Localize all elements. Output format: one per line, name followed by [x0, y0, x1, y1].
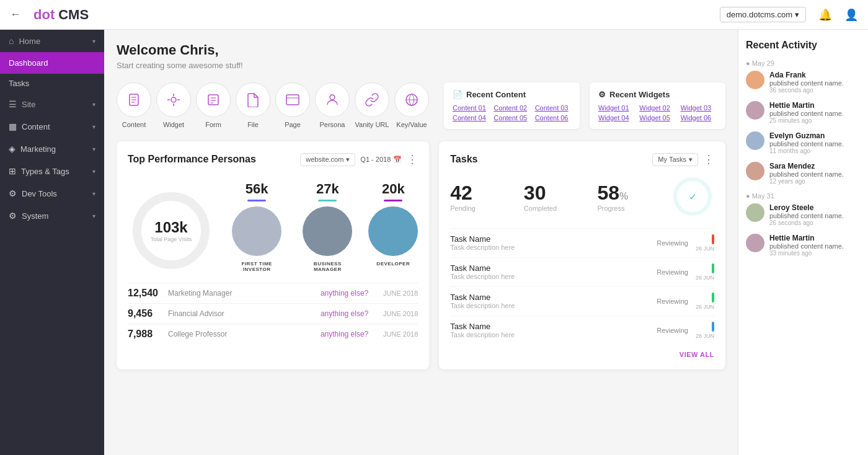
activity-time-hettie: 25 minutes ago [769, 117, 844, 124]
qa-form-label: Form [205, 121, 221, 128]
recent-content-05[interactable]: Content 05 [494, 114, 529, 121]
qa-vanity-url[interactable]: Vanity URL [355, 82, 389, 128]
sidebar-item-tasks[interactable]: Tasks [0, 74, 104, 93]
tasks-more-icon[interactable]: ⋮ [703, 152, 714, 166]
qa-form[interactable]: Form [196, 82, 231, 128]
activity-info-leroy: Leroy Steele published content name. 26 … [769, 203, 844, 226]
perf-role-3: College Professor [168, 330, 314, 338]
qa-content[interactable]: Content [117, 82, 151, 128]
view-all-button[interactable]: VIEW ALL [450, 351, 714, 358]
vanity-url-icon-wrap [355, 82, 389, 117]
activity-name-ada: Ada Frank [769, 71, 844, 79]
activity-date-may31: ● May 31 [746, 192, 861, 200]
recent-content-04[interactable]: Content 04 [453, 114, 489, 121]
table-row: 9,456 Financial Advisor anything else? J… [128, 303, 418, 324]
task-info-3: Task Name Task description here [450, 293, 649, 309]
total-visits-label: Total Page Visits [151, 236, 192, 242]
perf-num-1: 12,540 [128, 288, 162, 299]
sidebar-item-marketing[interactable]: ◈ Marketing ▾ [0, 138, 104, 160]
notification-icon[interactable]: 🔔 [818, 8, 832, 22]
perf-more-icon[interactable]: ⋮ [407, 152, 418, 166]
tasks-progress-label: Progress [597, 205, 671, 212]
persona-icon-wrap [315, 82, 350, 117]
recent-widget-04[interactable]: Widget 04 [598, 114, 634, 121]
task-date-1: 26 JUN [696, 234, 714, 252]
perf-filter[interactable]: website.com ▾ [300, 153, 355, 166]
task-status-1: Reviewing [657, 239, 688, 247]
vanity-url-icon [365, 92, 379, 107]
tasks-pending-value: 42 [450, 182, 524, 205]
tasks-stats: 42 Pending 30 Completed 58% Progress [450, 175, 714, 218]
task-date-label-3: 26 JUN [696, 304, 714, 310]
key-value-icon [404, 92, 419, 107]
activity-time-evelyn: 11 months ago [769, 148, 844, 154]
recent-widget-06[interactable]: Widget 06 [681, 114, 717, 121]
activity-action-hettie: published content name. [769, 110, 844, 117]
file-icon-wrap [236, 82, 270, 117]
sidebar-item-home[interactable]: ⌂ Home ▾ [0, 30, 104, 52]
recent-content-01[interactable]: Content 01 [453, 104, 489, 112]
activity-evelyn-guzman: Evelyn Guzman published content name. 11… [746, 131, 861, 154]
activity-name-hettie: Hettie Martin [769, 101, 844, 110]
qa-persona[interactable]: Persona [315, 82, 350, 128]
perf-title: Top Performance Personas [128, 154, 300, 165]
recent-widget-02[interactable]: Widget 02 [639, 104, 675, 112]
back-button[interactable]: ← [10, 8, 21, 21]
domain-selector[interactable]: demo.dotcms.com ▾ [720, 7, 806, 22]
perf-ques-3: anything else? [321, 330, 368, 338]
sidebar-item-site[interactable]: ☰ Site ▾ [0, 93, 104, 115]
form-icon [206, 92, 221, 107]
tasks-filter-chevron: ▾ [689, 156, 693, 164]
topbar: ← dotCMS demo.dotcms.com ▾ 🔔 👤 [0, 0, 868, 30]
recent-widget-05[interactable]: Widget 05 [639, 114, 675, 121]
task-date-label-1: 26 JUN [696, 245, 714, 252]
perf-ques-1: anything else? [321, 289, 368, 298]
home-icon: ⌂ [9, 36, 14, 46]
task-desc-1: Task description here [450, 244, 649, 251]
sidebar-item-dashboard[interactable]: Dashboard [0, 52, 104, 74]
sidebar-item-content[interactable]: ▦ Content ▾ [0, 115, 104, 138]
sidebar-item-system[interactable]: ⚙ System ▾ [0, 205, 104, 227]
activity-action-hettie-2: published content name. [769, 242, 844, 250]
recent-widget-03[interactable]: Widget 03 [681, 104, 717, 112]
sidebar-label-content: Content [22, 122, 50, 131]
task-row-3: Task Name Task description here Reviewin… [450, 286, 714, 316]
activity-time-sara: 12 years ago [769, 178, 844, 185]
chevron-icon-marketing: ▾ [92, 146, 95, 152]
recent-content-box: 📄 Recent Content Content 01 Content 02 C… [444, 82, 580, 129]
qa-key-value[interactable]: Key/Value [394, 82, 429, 128]
types-icon: ⊞ [9, 166, 16, 176]
user-icon[interactable]: 👤 [844, 8, 858, 22]
avatar-ada-frank [746, 71, 764, 89]
perf-ques-2: anything else? [321, 309, 368, 318]
right-panel: Recent Activity ● May 29 Ada Frank publi… [738, 30, 868, 455]
tasks-filter[interactable]: My Tasks ▾ [652, 153, 698, 166]
sidebar-label-site: Site [22, 100, 35, 109]
activity-action-sara: published content name. [769, 170, 844, 178]
donut-center: 103k Total Page Visits [151, 219, 192, 242]
recent-content-02[interactable]: Content 02 [494, 104, 529, 112]
svg-rect-9 [208, 95, 218, 105]
qa-page[interactable]: Page [275, 82, 310, 128]
perf-content: 103k Total Page Visits 56k FIRST TIME IN… [128, 175, 418, 274]
activity-hettie-martin-2: Hettie Martin published content name. 33… [746, 234, 861, 257]
sidebar-item-types-tags[interactable]: ⊞ Types & Tags ▾ [0, 160, 104, 182]
marketing-icon: ◈ [9, 144, 16, 154]
persona-manager-name: BUSINESS MANAGER [299, 261, 356, 272]
perf-date[interactable]: Q1 - 2018 📅 [360, 156, 402, 164]
persona-manager-avatar [303, 206, 352, 256]
recent-content-03[interactable]: Content 03 [535, 104, 571, 112]
sidebar-label-system: System [22, 211, 48, 221]
tasks-progress: 58% Progress [597, 182, 671, 212]
sidebar-item-dev-tools[interactable]: ⚙ Dev Tools ▾ [0, 182, 104, 205]
activity-hettie-martin: Hettie Martin published content name. 25… [746, 101, 861, 124]
recent-content-06[interactable]: Content 06 [535, 114, 571, 121]
qa-widget[interactable]: Widget [156, 82, 191, 128]
avatar-evelyn-guzman [746, 131, 764, 150]
activity-time-hettie-2: 33 minutes ago [769, 250, 844, 257]
svg-rect-13 [286, 95, 299, 105]
form-icon-wrap [196, 82, 231, 117]
qa-file[interactable]: File [236, 82, 270, 128]
qa-page-label: Page [285, 121, 301, 128]
recent-widget-01[interactable]: Widget 01 [598, 104, 634, 112]
